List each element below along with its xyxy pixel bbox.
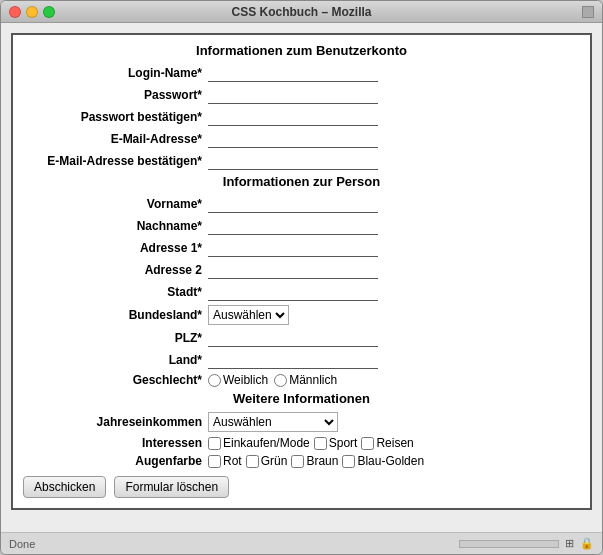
email-confirm-row: E-Mail-Adresse bestätigen* bbox=[23, 152, 580, 170]
rot-label: Rot bbox=[208, 454, 242, 468]
jahreseinkommen-row: Jahreseinkommen Auswählen bbox=[23, 412, 580, 432]
bundesland-row: Bundesland* Auswählen bbox=[23, 305, 580, 325]
adresse2-input[interactable] bbox=[208, 261, 378, 279]
land-label: Land* bbox=[23, 353, 208, 367]
nachname-input[interactable] bbox=[208, 217, 378, 235]
window-title: CSS Kochbuch – Mozilla bbox=[231, 5, 371, 19]
password-confirm-input[interactable] bbox=[208, 108, 378, 126]
einkaufen-checkbox[interactable] bbox=[208, 437, 221, 450]
gruen-checkbox[interactable] bbox=[246, 455, 259, 468]
button-row: Abschicken Formular löschen bbox=[23, 476, 580, 498]
adresse2-label: Adresse 2 bbox=[23, 263, 208, 277]
reisen-label: Reisen bbox=[361, 436, 413, 450]
minimize-button[interactable] bbox=[26, 6, 38, 18]
status-text: Done bbox=[9, 538, 35, 550]
vorname-input[interactable] bbox=[208, 195, 378, 213]
geschlecht-row: Geschlecht* Weiblich Männlich bbox=[23, 373, 580, 387]
stadt-row: Stadt* bbox=[23, 283, 580, 301]
plz-label: PLZ* bbox=[23, 331, 208, 345]
vorname-label: Vorname* bbox=[23, 197, 208, 211]
close-button[interactable] bbox=[9, 6, 21, 18]
braun-checkbox[interactable] bbox=[291, 455, 304, 468]
sport-checkbox[interactable] bbox=[314, 437, 327, 450]
login-label: Login-Name* bbox=[23, 66, 208, 80]
email-label: E-Mail-Adresse* bbox=[23, 132, 208, 146]
maximize-button[interactable] bbox=[43, 6, 55, 18]
password-confirm-row: Passwort bestätigen* bbox=[23, 108, 580, 126]
interessen-label: Interessen bbox=[23, 436, 208, 450]
vorname-row: Vorname* bbox=[23, 195, 580, 213]
email-row: E-Mail-Adresse* bbox=[23, 130, 580, 148]
geschlecht-label: Geschlecht* bbox=[23, 373, 208, 387]
statusbar-right: ⊞ 🔒 bbox=[459, 537, 594, 550]
email-input[interactable] bbox=[208, 130, 378, 148]
augenfarbe-label: Augenfarbe bbox=[23, 454, 208, 468]
password-input[interactable] bbox=[208, 86, 378, 104]
jahreseinkommen-label: Jahreseinkommen bbox=[23, 415, 208, 429]
bundesland-label: Bundesland* bbox=[23, 308, 208, 322]
blau-golden-checkbox[interactable] bbox=[342, 455, 355, 468]
password-confirm-label: Passwort bestätigen* bbox=[23, 110, 208, 124]
adresse1-row: Adresse 1* bbox=[23, 239, 580, 257]
maennlich-radio[interactable] bbox=[274, 374, 287, 387]
password-row: Passwort* bbox=[23, 86, 580, 104]
land-input[interactable] bbox=[208, 351, 378, 369]
adresse2-row: Adresse 2 bbox=[23, 261, 580, 279]
plz-row: PLZ* bbox=[23, 329, 580, 347]
sport-label: Sport bbox=[314, 436, 358, 450]
geschlecht-group: Weiblich Männlich bbox=[208, 373, 337, 387]
stadt-label: Stadt* bbox=[23, 285, 208, 299]
gruen-label: Grün bbox=[246, 454, 288, 468]
statusbar: Done ⊞ 🔒 bbox=[1, 532, 602, 554]
weiblich-radio[interactable] bbox=[208, 374, 221, 387]
einkaufen-label: Einkaufen/Mode bbox=[208, 436, 310, 450]
browser-window: CSS Kochbuch – Mozilla Informationen zum… bbox=[0, 0, 603, 555]
weiblich-label: Weiblich bbox=[208, 373, 268, 387]
stadt-input[interactable] bbox=[208, 283, 378, 301]
submit-button[interactable]: Abschicken bbox=[23, 476, 106, 498]
bundesland-select[interactable]: Auswählen bbox=[208, 305, 289, 325]
email-confirm-label: E-Mail-Adresse bestätigen* bbox=[23, 154, 208, 168]
jahreseinkommen-select[interactable]: Auswählen bbox=[208, 412, 338, 432]
maennlich-label: Männlich bbox=[274, 373, 337, 387]
interessen-row: Interessen Einkaufen/Mode Sport Reisen bbox=[23, 436, 580, 450]
titlebar: CSS Kochbuch – Mozilla bbox=[1, 1, 602, 23]
password-label: Passwort* bbox=[23, 88, 208, 102]
nachname-row: Nachname* bbox=[23, 217, 580, 235]
braun-label: Braun bbox=[291, 454, 338, 468]
network-icon: ⊞ bbox=[565, 537, 574, 550]
extra-section-header: Weitere Informationen bbox=[23, 391, 580, 406]
nachname-label: Nachname* bbox=[23, 219, 208, 233]
security-icon: 🔒 bbox=[580, 537, 594, 550]
augenfarbe-group: Rot Grün Braun Blau-Golden bbox=[208, 454, 424, 468]
email-confirm-input[interactable] bbox=[208, 152, 378, 170]
land-row: Land* bbox=[23, 351, 580, 369]
plz-input[interactable] bbox=[208, 329, 378, 347]
rot-checkbox[interactable] bbox=[208, 455, 221, 468]
reset-button[interactable]: Formular löschen bbox=[114, 476, 229, 498]
progress-bar-area bbox=[459, 540, 559, 548]
adresse1-input[interactable] bbox=[208, 239, 378, 257]
login-row: Login-Name* bbox=[23, 64, 580, 82]
augenfarbe-row: Augenfarbe Rot Grün Braun bbox=[23, 454, 580, 468]
login-input[interactable] bbox=[208, 64, 378, 82]
interessen-group: Einkaufen/Mode Sport Reisen bbox=[208, 436, 414, 450]
window-resize-icon[interactable] bbox=[582, 6, 594, 18]
form-container: Informationen zum Benutzerkonto Login-Na… bbox=[11, 33, 592, 510]
blau-golden-label: Blau-Golden bbox=[342, 454, 424, 468]
traffic-lights bbox=[9, 6, 55, 18]
reisen-checkbox[interactable] bbox=[361, 437, 374, 450]
person-section-header: Informationen zur Person bbox=[23, 174, 580, 189]
content-area: Informationen zum Benutzerkonto Login-Na… bbox=[1, 23, 602, 532]
adresse1-label: Adresse 1* bbox=[23, 241, 208, 255]
account-section-header: Informationen zum Benutzerkonto bbox=[23, 43, 580, 58]
